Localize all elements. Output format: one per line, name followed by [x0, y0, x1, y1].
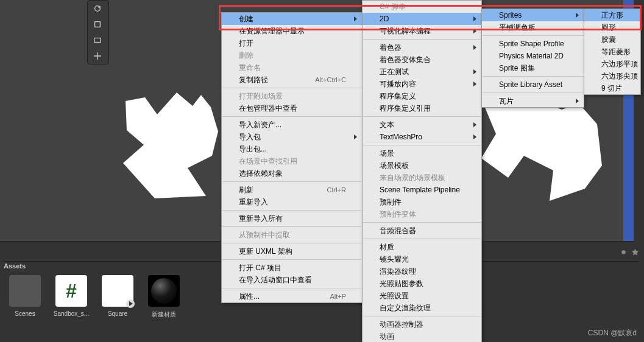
menu-item[interactable]: 正方形 — [584, 9, 640, 21]
tool-transform[interactable] — [88, 48, 107, 64]
menu-item[interactable]: 可视化脚本编程 — [363, 25, 481, 37]
menu-item[interactable]: 2D — [363, 13, 481, 25]
menu-item: 删除 — [222, 49, 362, 61]
menu-item[interactable]: 平铺调色板 — [482, 21, 584, 33]
tool-rotate[interactable] — [88, 1, 107, 16]
menu-item[interactable]: 材质 — [363, 241, 481, 253]
app-root: { "tabs":{"project":"Assets"}, "assets":… — [0, 0, 644, 342]
menu-item[interactable]: 光照设置 — [363, 290, 481, 302]
sprite-shape-right[interactable] — [481, 97, 603, 207]
menu-item[interactable]: 重新导入所有 — [222, 212, 362, 225]
hash-icon: # — [66, 280, 77, 302]
menu-item[interactable]: 着色器变体集合 — [363, 54, 481, 66]
menu-item[interactable]: Sprite 图集 — [482, 62, 584, 74]
menu-item[interactable]: 导入包 — [222, 131, 362, 143]
menu-item[interactable]: 打开 — [222, 37, 362, 49]
menu-item: C# 脚本 — [363, 1, 481, 13]
asset-label: 新建材质 — [152, 310, 176, 319]
menu-item[interactable]: 着色器 — [363, 41, 481, 54]
project-toolbar-icons — [620, 248, 639, 256]
menu-item[interactable]: 可播放内容 — [363, 78, 481, 90]
assets-breadcrumb[interactable]: Assets — [4, 262, 26, 270]
asset-item[interactable]: Scenes — [9, 275, 41, 319]
menu-item[interactable]: 9 切片 — [584, 82, 640, 94]
menu-item[interactable]: 胶囊 — [584, 33, 640, 46]
menu-item: 重命名 — [222, 61, 362, 74]
menu-item[interactable]: 打开 C# 项目 — [222, 262, 362, 274]
menu-item[interactable]: 正在测试 — [363, 66, 481, 78]
menu-item[interactable]: TextMeshPro — [363, 131, 481, 143]
menu-item[interactable]: 导出包... — [222, 143, 362, 155]
asset-label: Scenes — [15, 310, 35, 317]
menu-item[interactable]: 场景 — [363, 147, 481, 159]
assets-grid[interactable]: Scenes # Sandbox_s... Square 新建材质 — [9, 275, 180, 319]
menu-item[interactable]: 重新导入 — [222, 196, 362, 208]
menu-item[interactable]: 场景模板 — [363, 159, 481, 172]
asset-label: Sandbox_s... — [54, 310, 89, 317]
menu-item[interactable]: 文本 — [363, 119, 481, 131]
tool-scale[interactable] — [88, 16, 107, 32]
menu-item: 来自场景的场景模板 — [363, 172, 481, 184]
menu-item: 打开附加场景 — [222, 90, 362, 102]
menu-item[interactable]: 在包管理器中查看 — [222, 102, 362, 114]
submenu-sprites[interactable]: 正方形圆形胶囊等距菱形六边形平顶六边形尖顶9 切片 — [584, 9, 641, 95]
watermark: CSDN @默哀d — [588, 328, 637, 338]
menu-item[interactable]: 复制路径Alt+Ctrl+C — [222, 74, 362, 86]
menu-item[interactable]: Sprite Library Asset — [482, 79, 584, 91]
menu-item[interactable]: 圆形 — [584, 21, 640, 33]
menu-item[interactable]: 在导入活动窗口中查看 — [222, 274, 362, 286]
menu-item[interactable]: 动画 — [363, 330, 481, 342]
menu-item[interactable]: Scene Template Pipeline — [363, 184, 481, 196]
menu-item[interactable]: 瓦片 — [482, 95, 584, 107]
menu-item[interactable]: 在资源管理器中显示 — [222, 25, 362, 37]
menu-item[interactable]: Sprites — [482, 9, 584, 21]
svg-rect-1 — [95, 22, 101, 27]
asset-item[interactable]: 新建材质 — [147, 275, 180, 319]
svg-point-3 — [621, 250, 626, 254]
menu-item[interactable]: 创建 — [222, 13, 362, 25]
svg-rect-2 — [94, 38, 101, 43]
menu-item[interactable]: 程序集定义引用 — [363, 102, 481, 114]
play-icon — [126, 299, 135, 308]
script-thumb: # — [55, 275, 87, 307]
menu-item[interactable]: 渲染器纹理 — [363, 265, 481, 277]
tool-rect[interactable] — [88, 32, 107, 48]
menu-item: 从预制件中提取 — [222, 229, 362, 241]
menu-item[interactable]: 六边形尖顶 — [584, 70, 640, 82]
menu-item[interactable]: 预制件 — [363, 196, 481, 208]
asset-item[interactable]: # Sandbox_s... — [55, 275, 88, 319]
menu-item[interactable]: 动画器控制器 — [363, 318, 481, 330]
svg-point-0 — [95, 6, 101, 12]
menu-item[interactable]: 属性...Alt+P — [222, 290, 362, 302]
menu-item[interactable]: 自定义渲染纹理 — [363, 302, 481, 314]
menu-item: 预制件变体 — [363, 208, 481, 220]
menu-item[interactable]: 程序集定义 — [363, 90, 481, 102]
material-thumb — [148, 275, 180, 307]
sphere-icon — [151, 278, 177, 304]
submenu-create[interactable]: C# 脚本2D可视化脚本编程着色器着色器变体集合正在测试可播放内容程序集定义程序… — [362, 0, 482, 342]
menu-item[interactable]: 选择依赖对象 — [222, 167, 362, 180]
menu-item[interactable]: Sprite Shape Profile — [482, 38, 584, 50]
favorite-icon[interactable] — [631, 248, 639, 256]
submenu-2d[interactable]: Sprites平铺调色板Sprite Shape ProfilePhysics … — [481, 9, 584, 108]
menu-item[interactable]: 光照贴图参数 — [363, 277, 481, 290]
menu-item[interactable]: 等距菱形 — [584, 46, 640, 58]
context-menu-assets[interactable]: 创建在资源管理器中显示打开删除重命名复制路径Alt+Ctrl+C打开附加场景在包… — [221, 12, 363, 303]
menu-item[interactable]: 刷新Ctrl+R — [222, 184, 362, 196]
scene-toolbar — [87, 0, 109, 65]
menu-item[interactable]: 镜头耀光 — [363, 253, 481, 265]
hidden-icon[interactable] — [620, 248, 628, 256]
sprite-shape-left[interactable] — [121, 90, 224, 206]
sprite-thumb — [102, 275, 133, 307]
menu-item[interactable]: 更新 UXML 架构 — [222, 245, 362, 257]
asset-item[interactable]: Square — [101, 275, 134, 319]
folder-icon — [9, 275, 41, 307]
menu-item: 在场景中查找引用 — [222, 155, 362, 167]
asset-label: Square — [108, 310, 127, 317]
menu-item[interactable]: 六边形平顶 — [584, 58, 640, 70]
menu-item[interactable]: 音频混合器 — [363, 225, 481, 237]
menu-item[interactable]: Physics Material 2D — [482, 50, 584, 62]
menu-item[interactable]: 导入新资产... — [222, 119, 362, 131]
